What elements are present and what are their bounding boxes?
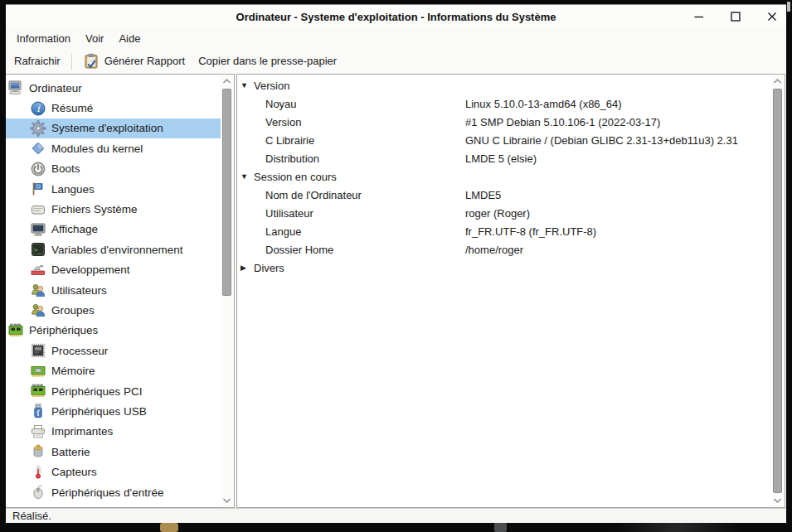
sidebar-item-ordinateur[interactable]: Ordinateur [6,78,221,98]
expander-expanded-icon[interactable]: ▼ [237,172,254,181]
desktop-icon-fragment [160,523,178,532]
row-langue: Languefr_FR.UTF-8 (fr_FR.UTF-8) [237,222,771,240]
row-label: Langue [237,225,301,238]
sidebar-item-batterie[interactable]: Batterie [6,442,221,462]
section-session-en-cours[interactable]: ▼Session en cours [237,167,771,186]
status-text: Réalisé. [12,510,51,522]
desktop-icon-fragment [494,522,507,532]
row-value: #1 SMP Debian 5.10.106-1 (2022-03-17) [465,113,660,131]
thermometer-icon [30,464,46,481]
sidebar-item-label: Utilisateurs [51,284,107,297]
sidebar-item-groupes[interactable]: Groupes [6,300,221,320]
sidebar-item-stockage[interactable]: Stockage [6,502,221,507]
sidebar-item-label: Périphériques USB [51,405,147,418]
section-label: Divers [254,262,284,274]
svg-text:>_: >_ [34,247,41,254]
gear-icon [30,120,46,137]
sidebar-item-peripheriques-pci[interactable]: Périphériques PCI [6,381,221,401]
sidebar-item-affichage[interactable]: Affichage [6,220,221,239]
sidebar-item-variables-d-environnement[interactable]: >_Variables d'environnement [6,239,221,259]
ram-icon [30,363,46,380]
details-tree: ▼VersionNoyauLinux 5.10.0-13-amd64 (x86_… [237,76,771,507]
section-version[interactable]: ▼Version [237,76,771,94]
scroll-down-icon[interactable] [221,495,233,506]
scroll-down-icon[interactable] [771,495,784,506]
menu-aide[interactable]: Aide [111,30,148,47]
sidebar-item-label: Périphériques [29,324,98,336]
row-noyau: NoyauLinux 5.10.0-13-amd64 (x86_64) [237,94,771,113]
sidebar-item-processeur[interactable]: Processeur [6,341,221,360]
sidebar-item-label: Systeme d'exploitation [51,122,163,134]
sidebar-item-modules-du-kernel[interactable]: Modules du kernel [6,138,221,158]
sidebar-panel: OrdinateuriRésuméSysteme d'exploitationM… [6,74,235,508]
details-scrollbar-thumb[interactable] [773,89,782,493]
row-value: LMDE5 [465,186,501,204]
sidebar-item-langues[interactable]: Langues [6,179,221,199]
printer-icon [30,423,46,440]
power-icon [30,161,46,177]
window-controls [693,5,778,28]
scroll-up-icon[interactable] [221,75,233,87]
sidebar-item-memoire[interactable]: Mémoire [6,360,221,380]
row-label: Distribution [237,152,319,165]
copy-clipboard-button[interactable]: Copier dans le presse-papier [192,51,343,70]
sidebar-item-label: Fichiers Système [51,203,138,215]
generate-report-button[interactable]: Générer Rapport [76,50,192,73]
sidebar-scrollbar[interactable] [221,75,233,506]
flag-icon [30,181,46,197]
sidebar-item-label: Imprimantes [51,425,113,438]
row-value: /home/roger [465,240,523,259]
sidebar-item-resume[interactable]: iRésumé [6,98,221,118]
cpu-icon [30,342,46,359]
details-scrollbar[interactable] [771,75,784,506]
sidebar-item-fichiers-systeme[interactable]: Fichiers Système [6,199,221,219]
sidebar-item-utilisateurs[interactable]: Utilisateurs [6,280,221,300]
sidebar-item-label: Developpement [51,264,130,276]
minimize-button[interactable] [693,11,705,22]
scroll-up-icon[interactable] [771,75,784,87]
sidebar-item-label: Variables d'environnement [51,244,182,256]
display-icon [30,221,46,238]
statusbar: Réalisé. [6,508,786,523]
sidebar-item-label: Affichage [51,223,98,235]
sidebar-item-label: Périphériques PCI [51,385,143,398]
sidebar-item-peripheriques-d-entree[interactable]: Périphériques d'entrée [6,482,221,502]
usb-icon [30,403,46,419]
sidebar-item-peripheriques-usb[interactable]: Périphériques USB [6,401,221,421]
window-title: Ordinateur - Systeme d'exploitation - In… [6,5,786,28]
pci-card-icon [7,322,24,339]
sidebar-item-label: Périphériques d'entrée [51,486,163,499]
menu-information[interactable]: Information [9,30,78,47]
sidebar-item-boots[interactable]: Boots [6,159,221,179]
row-label: Nom de l'Ordinateur [237,189,362,201]
menu-voir[interactable]: Voir [78,30,111,47]
row-utilisateur: Utilisateurroger (Roger) [237,204,771,222]
app-window: Ordinateur - Systeme d'exploitation - In… [6,4,786,522]
sidebar-item-peripheriques[interactable]: Périphériques [6,321,221,341]
bricks-icon [30,262,46,278]
row-c-librairie: C LibrairieGNU C Librairie / (Debian GLI… [237,131,771,149]
section-label: Version [254,80,289,92]
row-dossier-home: Dossier Home/home/roger [237,240,771,259]
sidebar-item-label: Batterie [51,446,90,458]
section-divers[interactable]: ▶Divers [237,259,771,277]
sidebar-item-label: Mémoire [51,365,95,377]
row-label: Dossier Home [237,244,333,256]
terminal-icon: >_ [30,241,46,258]
titlebar[interactable]: Ordinateur - Systeme d'exploitation - In… [6,5,786,28]
copy-clipboard-label: Copier dans le presse-papier [198,55,337,67]
pci-card-icon [30,383,46,399]
row-nom-de-l-ordinateur: Nom de l'OrdinateurLMDE5 [237,186,771,204]
sidebar-item-capteurs[interactable]: Capteurs [6,462,221,481]
refresh-button[interactable]: Rafraichir [7,51,67,70]
expander-expanded-icon[interactable]: ▼ [237,81,254,89]
sidebar-item-developpement[interactable]: Developpement [6,260,221,280]
close-button[interactable] [766,11,778,22]
expander-collapsed-icon[interactable]: ▶ [237,264,254,272]
row-value: GNU C Librairie / (Debian GLIBC 2.31-13+… [465,131,738,149]
info-icon: i [30,100,46,117]
maximize-button[interactable] [730,11,741,22]
sidebar-item-systeme-d-exploitation[interactable]: Systeme d'exploitation [6,118,221,138]
sidebar-scrollbar-thumb[interactable] [222,89,231,296]
sidebar-item-imprimantes[interactable]: Imprimantes [6,422,221,442]
